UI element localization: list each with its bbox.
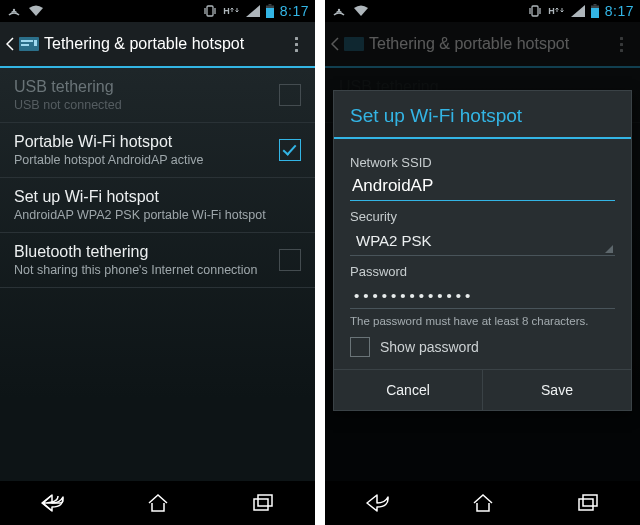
action-bar: Tethering & portable hotspot xyxy=(0,22,315,68)
back-up-button xyxy=(331,33,365,55)
nav-back-button[interactable] xyxy=(23,489,83,517)
nav-recents-button[interactable] xyxy=(233,489,293,517)
data-h-icon: H xyxy=(548,7,565,15)
show-password-row[interactable]: Show password xyxy=(350,337,615,357)
nav-back-button[interactable] xyxy=(348,489,408,517)
nav-home-button[interactable] xyxy=(453,489,513,517)
status-bar: H 8:17 xyxy=(325,0,640,22)
page-title: Tethering & portable hotspot xyxy=(44,35,283,53)
password-helper-text: The password must have at least 8 charac… xyxy=(350,315,615,327)
navigation-bar xyxy=(325,481,640,525)
usb-tethering-checkbox xyxy=(279,84,301,106)
list-item-usb-tethering: USB tethering USB not connected xyxy=(0,68,315,123)
list-item-bluetooth-tethering[interactable]: Bluetooth tethering Not sharing this pho… xyxy=(0,233,315,288)
nav-home-button[interactable] xyxy=(128,489,188,517)
phone-screenshot-right: H 8:17 Tethering & portable hotspot USB … xyxy=(325,0,640,525)
svg-rect-4 xyxy=(268,4,271,6)
password-label: Password xyxy=(350,264,615,279)
svg-rect-15 xyxy=(593,4,596,6)
save-button[interactable]: Save xyxy=(482,370,631,410)
wifi-hotspot-checkbox[interactable] xyxy=(279,139,301,161)
svg-rect-9 xyxy=(254,499,268,510)
list-item-wifi-hotspot[interactable]: Portable Wi-Fi hotspot Portable hotspot … xyxy=(0,123,315,178)
wifi-status-icon xyxy=(353,4,369,18)
page-title: Tethering & portable hotspot xyxy=(369,35,608,53)
battery-icon xyxy=(266,4,274,18)
svg-rect-6 xyxy=(21,40,33,42)
cancel-button[interactable]: Cancel xyxy=(334,370,482,410)
item-subtitle: Portable hotspot AndroidAP active xyxy=(14,153,271,167)
list-item-setup-hotspot[interactable]: Set up Wi-Fi hotspot AndroidAP WPA2 PSK … xyxy=(0,178,315,233)
settings-app-icon xyxy=(343,33,365,55)
security-label: Security xyxy=(350,209,615,224)
svg-rect-7 xyxy=(21,44,29,46)
svg-rect-8 xyxy=(34,40,37,46)
show-password-label: Show password xyxy=(380,339,479,355)
vibrate-icon xyxy=(203,4,217,18)
svg-rect-10 xyxy=(258,495,272,506)
signal-icon xyxy=(571,5,585,17)
ssid-label: Network SSID xyxy=(350,155,615,170)
show-password-checkbox[interactable] xyxy=(350,337,370,357)
settings-list-dimmed: USB tethering USB not connected Set up W… xyxy=(325,68,640,481)
wifi-status-icon xyxy=(28,4,44,18)
tethering-status-icon xyxy=(331,4,347,18)
settings-list: USB tethering USB not connected Portable… xyxy=(0,68,315,481)
status-bar: H 8:17 xyxy=(0,0,315,22)
bluetooth-tethering-checkbox[interactable] xyxy=(279,249,301,271)
back-up-button[interactable] xyxy=(6,33,40,55)
svg-rect-18 xyxy=(583,495,597,506)
svg-rect-14 xyxy=(591,8,599,18)
item-title: USB tethering xyxy=(14,78,271,96)
settings-app-icon xyxy=(18,33,40,55)
dialog-title-separator xyxy=(334,137,631,139)
password-input[interactable]: ••••••••••••• xyxy=(350,279,615,309)
svg-point-11 xyxy=(338,9,340,11)
dialog-button-row: Cancel Save xyxy=(334,369,631,410)
item-title: Bluetooth tethering xyxy=(14,243,271,261)
item-title: Portable Wi-Fi hotspot xyxy=(14,133,271,151)
overflow-menu-button xyxy=(608,37,634,52)
battery-icon xyxy=(591,4,599,18)
vibrate-icon xyxy=(528,4,542,18)
svg-rect-16 xyxy=(344,37,364,51)
signal-icon xyxy=(246,5,260,17)
data-h-icon: H xyxy=(223,7,240,15)
item-subtitle: Not sharing this phone's Internet connec… xyxy=(14,263,271,277)
overflow-menu-button[interactable] xyxy=(283,37,309,52)
svg-rect-17 xyxy=(579,499,593,510)
tethering-status-icon xyxy=(6,4,22,18)
svg-point-0 xyxy=(13,9,15,11)
svg-rect-1 xyxy=(207,6,213,16)
svg-rect-12 xyxy=(532,6,538,16)
dialog-title: Set up Wi-Fi hotspot xyxy=(334,91,631,137)
navigation-bar xyxy=(0,481,315,525)
setup-hotspot-dialog: Set up Wi-Fi hotspot Network SSID Androi… xyxy=(333,90,632,411)
status-time: 8:17 xyxy=(280,3,309,19)
svg-rect-3 xyxy=(266,8,274,18)
status-time: 8:17 xyxy=(605,3,634,19)
item-title: Set up Wi-Fi hotspot xyxy=(14,188,301,206)
item-subtitle: AndroidAP WPA2 PSK portable Wi-Fi hotspo… xyxy=(14,208,301,222)
action-bar: Tethering & portable hotspot xyxy=(325,22,640,68)
ssid-input[interactable]: AndroidAP xyxy=(350,170,615,201)
security-dropdown[interactable]: WPA2 PSK xyxy=(350,224,615,256)
nav-recents-button[interactable] xyxy=(558,489,618,517)
item-subtitle: USB not connected xyxy=(14,98,271,112)
phone-screenshot-left: H 8:17 Tethering & portable hotspot USB … xyxy=(0,0,315,525)
